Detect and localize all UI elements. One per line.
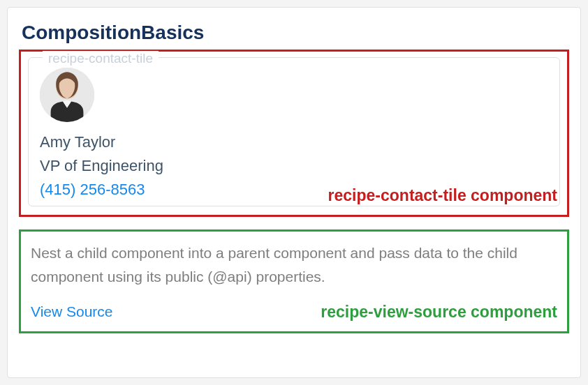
contact-name: Amy Taylor (40, 133, 548, 151)
contact-job-title: VP of Engineering (40, 157, 548, 175)
view-source-annotation-box: Nest a child component into a parent com… (19, 229, 569, 333)
contact-avatar (40, 68, 94, 122)
view-source-link[interactable]: View Source (31, 303, 113, 320)
green-annotation-label: recipe-view-source component (321, 303, 557, 322)
red-annotation-label: recipe-contact-tile component (328, 186, 557, 205)
component-description: Nest a child component into a parent com… (31, 241, 557, 288)
composition-basics-card: CompositionBasics recipe-contact-tile Am… (7, 7, 581, 378)
avatar-image (40, 68, 94, 122)
contact-phone-link[interactable]: (415) 256-8563 (40, 181, 145, 199)
contact-tile-annotation-box: recipe-contact-tile Amy Taylor VP of Eng… (19, 50, 569, 217)
contact-tile-fieldset: recipe-contact-tile Amy Taylor VP of Eng… (28, 57, 560, 206)
card-title: CompositionBasics (22, 22, 566, 44)
contact-tile-legend: recipe-contact-tile (43, 51, 159, 66)
